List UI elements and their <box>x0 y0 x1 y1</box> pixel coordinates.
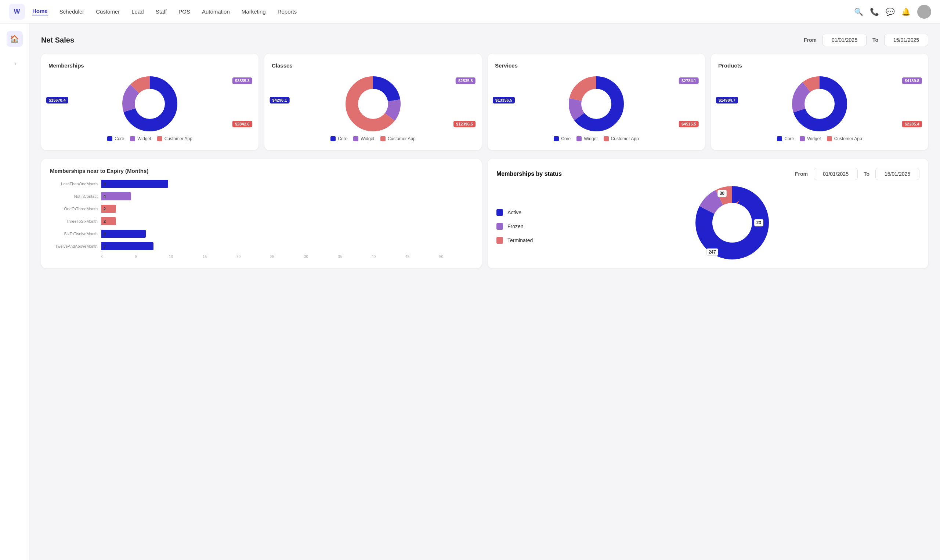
status-from-label: From <box>795 171 808 177</box>
legend-dot <box>330 136 336 141</box>
x-tick: 0 <box>101 255 135 259</box>
search-icon[interactable]: 🔍 <box>854 7 863 16</box>
bar-label: LessThenOneMonth <box>50 182 101 186</box>
nav-link-marketing[interactable]: Marketing <box>242 8 266 15</box>
legend-dot <box>353 136 358 141</box>
legend-label: Widget <box>361 136 374 141</box>
label-customerApp-classes: $12396.5 <box>453 121 476 127</box>
phone-icon[interactable]: 📞 <box>870 7 879 16</box>
bar-row: NotInContact4 <box>50 192 473 200</box>
bar-fill: 6 <box>101 230 146 238</box>
donut-ann-label: 23 <box>754 219 763 226</box>
x-tick: 30 <box>304 255 338 259</box>
to-label: To <box>872 37 878 43</box>
legend-item: Widget <box>353 136 374 141</box>
nav-link-staff[interactable]: Staff <box>156 8 167 15</box>
donut-svg-memberships <box>122 76 177 131</box>
nav-link-lead[interactable]: Lead <box>131 8 143 15</box>
sidebar-home-icon[interactable]: 🏠 <box>7 31 23 47</box>
nav-link-scheduler[interactable]: Scheduler <box>60 8 85 15</box>
label-customerApp-memberships: $2842.6 <box>233 121 252 127</box>
notification-icon[interactable]: 🔔 <box>901 7 911 16</box>
card-title-classes: Classes <box>272 62 475 69</box>
status-body: ActiveFrozenTerminated 3023247 <box>496 186 920 260</box>
label-core-services: $13356.5 <box>493 97 515 103</box>
bar-value: 4 <box>103 194 106 198</box>
bar-fill: 2 <box>101 217 116 225</box>
donut-card-classes: Classes$4296.1$2535.8$12396.5CoreWidgetC… <box>264 54 482 150</box>
nav-links: HomeSchedulerCustomerLeadStaffPOSAutomat… <box>32 8 854 15</box>
bar-row: TwelveAndAboveMonth7 <box>50 242 473 250</box>
bar-fill: 7 <box>101 242 154 250</box>
bar-label: SixToTwelveMonth <box>50 232 101 236</box>
legend-dot <box>604 136 609 141</box>
net-sales-title: Net Sales <box>41 36 804 45</box>
donut-card-memberships: Memberships$15678.4$3855.3$2842.6CoreWid… <box>41 54 259 150</box>
svg-point-11 <box>581 89 611 119</box>
bar-track: 6 <box>101 230 473 238</box>
avatar[interactable] <box>917 5 931 19</box>
status-title: Memberships by status <box>496 171 789 177</box>
logo[interactable]: W <box>9 4 25 20</box>
status-legend-item: Terminated <box>496 237 533 244</box>
expiry-card: Memberships near to Expiry (Months) Less… <box>41 159 482 268</box>
status-to-date[interactable]: 15/01/2025 <box>875 168 920 180</box>
status-legend-label: Frozen <box>507 223 524 229</box>
legend-label: Core <box>114 136 124 141</box>
bar-value: 6 <box>103 232 106 236</box>
x-axis: 05101520253035404550 <box>101 255 473 259</box>
bar-track: 2 <box>101 205 473 213</box>
bar-value: 2 <box>103 219 106 223</box>
label-customerApp-products: $2285.4 <box>902 121 922 127</box>
legend-dot <box>381 136 385 141</box>
nav-link-pos[interactable]: POS <box>179 8 190 15</box>
bar-value: 2 <box>103 207 106 211</box>
status-dot <box>496 223 503 230</box>
bar-row: ThreeToSixMonth2 <box>50 217 473 225</box>
status-dot <box>496 209 503 216</box>
legend-label: Core <box>561 136 571 141</box>
legend-item: Core <box>554 136 571 141</box>
bar-fill: 9 <box>101 180 168 188</box>
legend-dot <box>777 136 782 141</box>
nav-link-home[interactable]: Home <box>32 8 48 15</box>
to-date[interactable]: 15/01/2025 <box>884 34 928 46</box>
label-widget-classes: $2535.8 <box>456 77 476 84</box>
legend-item: Customer App <box>157 136 193 141</box>
label-core-classes: $4296.1 <box>270 97 290 103</box>
legend-item: Core <box>330 136 347 141</box>
from-label: From <box>804 37 817 43</box>
legend-label: Core <box>338 136 347 141</box>
from-date[interactable]: 01/01/2025 <box>823 34 866 46</box>
svg-point-19 <box>712 203 752 243</box>
label-widget-memberships: $3855.3 <box>233 77 252 84</box>
status-from-date[interactable]: 01/01/2025 <box>814 168 858 180</box>
bar-row: LessThenOneMonth9 <box>50 180 473 188</box>
x-tick: 35 <box>338 255 371 259</box>
status-legend-item: Active <box>496 209 533 216</box>
bar-track: 4 <box>101 192 473 200</box>
legend-services: CoreWidgetCustomer App <box>495 136 698 141</box>
sidebar-collapse-icon[interactable]: → <box>7 56 23 72</box>
nav-link-customer[interactable]: Customer <box>96 8 120 15</box>
main-content: Net Sales From 01/01/2025 To 15/01/2025 … <box>29 23 940 560</box>
label-widget-products: $4189.8 <box>902 77 922 84</box>
bar-label: ThreeToSixMonth <box>50 219 101 223</box>
bar-track: 9 <box>101 180 473 188</box>
donut-svg-products <box>792 76 847 131</box>
bar-row: OneToThreeMonth2 <box>50 205 473 213</box>
bar-track: 2 <box>101 217 473 225</box>
status-header: Memberships by status From 01/01/2025 To… <box>496 168 920 180</box>
svg-point-15 <box>804 89 835 119</box>
status-donut: 3023247 <box>544 186 920 260</box>
legend-item: Core <box>107 136 124 141</box>
status-legend-label: Active <box>507 209 521 215</box>
whatsapp-icon[interactable]: 💬 <box>886 7 895 16</box>
legend-dot <box>107 136 112 141</box>
legend-dot <box>576 136 582 141</box>
legend-dot <box>827 136 832 141</box>
nav-link-automation[interactable]: Automation <box>202 8 230 15</box>
nav-link-reports[interactable]: Reports <box>277 8 297 15</box>
x-tick: 5 <box>135 255 169 259</box>
legend-label: Customer App <box>388 136 416 141</box>
